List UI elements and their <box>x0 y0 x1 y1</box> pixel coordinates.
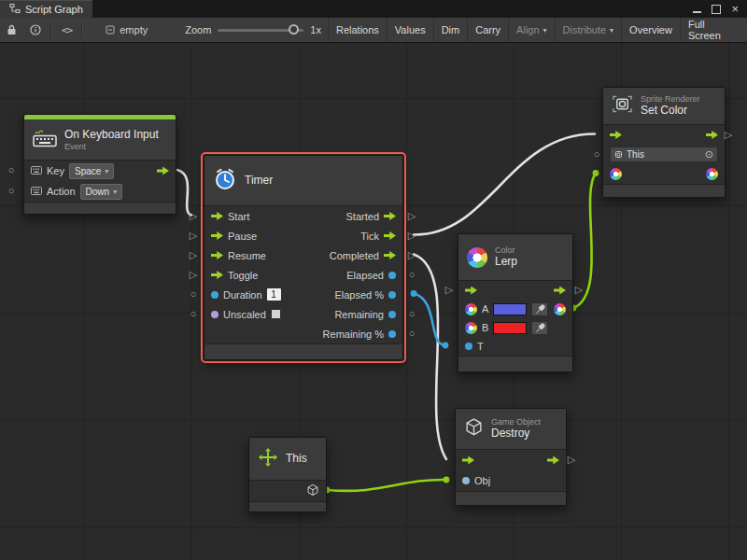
node-timer[interactable]: Timer Start Started Pause Tick Resume Co… <box>204 155 403 360</box>
color-out-port[interactable] <box>706 168 718 180</box>
info-icon[interactable] <box>23 18 48 42</box>
flow-in-port[interactable] <box>211 212 223 220</box>
float-out-port[interactable] <box>388 272 396 279</box>
values-button[interactable]: Values <box>387 18 433 42</box>
wire-endpoint-dot <box>443 343 449 349</box>
distribute-button[interactable]: Distribute▾ <box>555 18 621 42</box>
port-lerp-flow-in-external[interactable]: ▷ <box>444 284 455 295</box>
float-in-port[interactable] <box>465 343 472 350</box>
graph-name[interactable]: empty <box>99 18 154 42</box>
port-lerp-flow-out-external[interactable]: ▷ <box>573 284 585 295</box>
carry-button[interactable]: Carry <box>467 18 508 42</box>
port-timer-remaining-pct-external[interactable]: ○ <box>406 328 417 339</box>
color-in-port[interactable] <box>465 303 477 315</box>
port-timer-elapsed-external[interactable]: ○ <box>406 269 417 280</box>
port-label-elapsed-pct: Elapsed % <box>334 289 384 301</box>
target-object-field[interactable]: This ⊙ <box>610 147 718 162</box>
keyboard-icon <box>33 129 57 151</box>
relations-button[interactable]: Relations <box>328 18 387 42</box>
close-icon[interactable]: × <box>731 3 739 15</box>
flow-out-port[interactable] <box>547 456 559 465</box>
node-destroy[interactable]: Game Object Destroy Obj <box>455 408 567 506</box>
port-set-color-flow-out-external[interactable]: ▷ <box>723 129 734 140</box>
port-timer-pause-external[interactable]: ▷ <box>188 230 199 241</box>
port-set-color-target-external[interactable]: ○ <box>591 148 602 160</box>
maximize-icon[interactable] <box>712 5 721 14</box>
color-b-swatch[interactable] <box>493 322 527 334</box>
game-object-cube-icon <box>464 417 484 441</box>
flow-in-port[interactable] <box>465 287 477 295</box>
minimize-icon[interactable] <box>693 5 701 13</box>
flow-out-port[interactable] <box>384 212 396 220</box>
action-dropdown[interactable]: Down▾ <box>80 184 123 200</box>
game-object-out-port[interactable] <box>306 483 319 498</box>
game-object-in-port[interactable] <box>462 477 470 484</box>
port-timer-tick-external[interactable]: ▷ <box>406 230 417 241</box>
port-timer-toggle-external[interactable]: ▷ <box>188 269 199 280</box>
flow-in-port[interactable] <box>462 456 474 465</box>
bool-in-port[interactable] <box>211 311 218 318</box>
port-label-pause: Pause <box>228 231 257 242</box>
color-result-port[interactable] <box>554 303 566 315</box>
port-destroy-flow-out-external[interactable]: ▷ <box>566 454 577 465</box>
port-row-t: T <box>458 337 572 356</box>
port-keyboard-key-external[interactable]: ○ <box>6 164 17 175</box>
flow-out-port[interactable] <box>157 167 169 175</box>
flow-out-port[interactable] <box>706 131 718 139</box>
color-a-swatch[interactable] <box>493 303 527 315</box>
wire-timer-tick-to-set-color[interactable] <box>414 133 595 234</box>
port-timer-resume-external[interactable]: ▷ <box>188 249 199 260</box>
lock-icon[interactable] <box>0 18 23 42</box>
flow-in-port[interactable] <box>211 271 223 279</box>
object-picker-icon[interactable]: ⊙ <box>705 149 713 160</box>
port-timer-duration-external[interactable]: ○ <box>188 288 199 300</box>
flow-in-port[interactable] <box>211 231 223 240</box>
flow-out-port[interactable] <box>384 231 396 240</box>
wire-this-to-destroy-obj[interactable] <box>327 480 446 491</box>
float-out-port[interactable] <box>388 330 396 338</box>
node-this[interactable]: This <box>248 437 327 512</box>
tab-script-graph[interactable]: Script Graph <box>0 0 92 18</box>
float-out-port[interactable] <box>388 311 396 318</box>
eyedropper-icon[interactable] <box>531 302 548 316</box>
key-dropdown[interactable]: Space▾ <box>69 163 114 179</box>
port-label-remaining-pct: Remaining % <box>323 329 384 340</box>
wire-keyboard-to-timer-start[interactable] <box>177 170 191 216</box>
graph-name-label: empty <box>120 24 148 35</box>
float-out-port[interactable] <box>388 291 396 299</box>
duration-input[interactable]: 1 <box>267 288 281 301</box>
flow-out-port[interactable] <box>554 287 566 295</box>
graph-ports-icon[interactable]: <> <box>55 18 78 42</box>
color-in-port[interactable] <box>465 322 477 334</box>
port-timer-unscaled-external[interactable]: ○ <box>188 308 199 319</box>
float-in-port[interactable] <box>211 291 218 299</box>
title-bar: Script Graph × <box>0 0 747 18</box>
dim-button[interactable]: Dim <box>433 18 468 42</box>
unscaled-checkbox[interactable] <box>271 309 281 319</box>
port-row-obj: Obj <box>456 470 566 491</box>
port-timer-remaining-external[interactable]: ○ <box>406 308 417 319</box>
color-in-port[interactable] <box>610 168 622 180</box>
flow-in-port[interactable] <box>610 131 622 139</box>
port-timer-completed-external[interactable]: ▷ <box>406 249 417 260</box>
wire-timer-completed-to-destroy[interactable] <box>414 255 446 460</box>
align-button[interactable]: Align▾ <box>508 18 554 42</box>
flow-in-port[interactable] <box>211 251 223 259</box>
wire-timer-elapsed-pct-to-lerp-t[interactable] <box>414 294 445 346</box>
port-row-a: A <box>458 300 572 318</box>
port-label-resume: Resume <box>228 250 266 261</box>
port-timer-started-external[interactable]: ▷ <box>406 210 417 221</box>
eyedropper-icon[interactable] <box>531 321 548 335</box>
full-screen-button[interactable]: Full Screen <box>680 18 747 42</box>
zoom-slider[interactable] <box>218 29 303 32</box>
node-set-color[interactable]: Sprite Renderer Set Color This ⊙ <box>602 87 726 198</box>
node-footer <box>204 343 402 359</box>
port-keyboard-action-external[interactable]: ○ <box>6 185 17 196</box>
node-color-lerp[interactable]: Color Lerp A B <box>458 233 573 372</box>
node-on-keyboard-input[interactable]: On Keyboard Input Event Key Space▾ Actio… <box>23 114 176 215</box>
zoom-slider-knob[interactable] <box>289 24 299 35</box>
port-timer-start-external[interactable]: ▷ <box>188 210 199 221</box>
flow-out-port[interactable] <box>384 251 396 259</box>
graph-canvas[interactable]: On Keyboard Input Event Key Space▾ Actio… <box>0 42 747 560</box>
overview-button[interactable]: Overview <box>621 18 680 42</box>
